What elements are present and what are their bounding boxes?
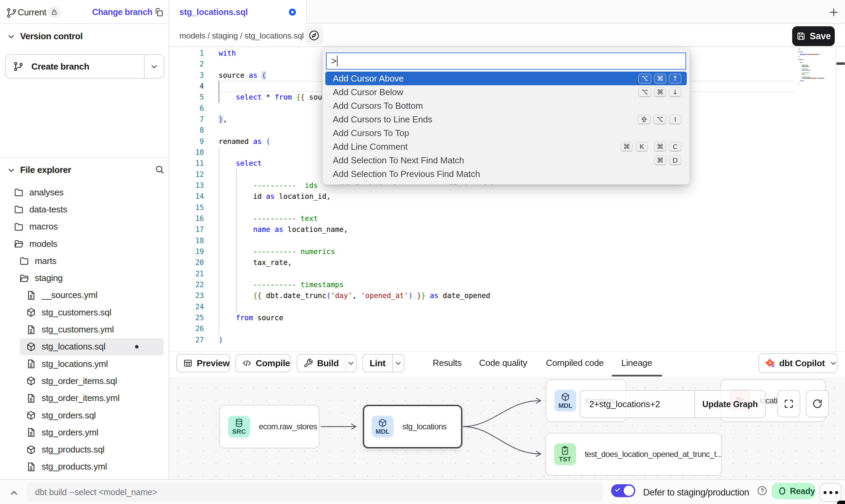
tree-item--sources-yml[interactable]: __sources.yml [0, 287, 168, 304]
create-branch-button[interactable]: Create branch [5, 54, 164, 79]
code-line-18[interactable] [219, 235, 490, 246]
defer-toggle[interactable] [611, 484, 635, 497]
command-item-add-cursors-to-line-ends[interactable]: Add Cursors to Line EndsI [325, 113, 687, 126]
line-number-13: 13 [169, 180, 204, 191]
command-label: Add Cursors To Top [333, 128, 681, 138]
search-icon[interactable] [154, 164, 165, 175]
file-explorer-header[interactable]: File explorer [7, 165, 71, 175]
refresh-button[interactable] [806, 390, 829, 417]
tree-item-stg-orders-yml[interactable]: stg_orders.yml [0, 424, 168, 441]
command-item-add-all-missing-imports-to-qualified-module[interactable]: Add all missing imports to qualified mod… [325, 181, 687, 184]
tree-item-data-tests[interactable]: data-tests [0, 201, 168, 218]
build-label: Build [317, 358, 339, 369]
model-icon [26, 410, 36, 420]
tab-stg-locations-sql[interactable]: stg_locations.sql [169, 0, 307, 24]
code-line-21[interactable] [219, 268, 490, 279]
tree-item-stg-locations-sql[interactable]: stg_locations.sql [0, 338, 168, 355]
editor-gutter: 1234567891011121314151617181920212223242… [169, 48, 204, 345]
code-line-23[interactable]: {{ dbt.date_trunc('day', 'opened_at') }}… [219, 290, 490, 301]
create-branch-dropdown[interactable] [145, 62, 164, 71]
code-line-25[interactable]: from source [219, 312, 490, 323]
update-graph-button[interactable]: Update Graph [694, 390, 766, 418]
code-line-26[interactable] [219, 323, 490, 334]
lineage-node-stg-locations[interactable]: MDL stg_locations [363, 405, 462, 448]
tree-item-stg-products-sql[interactable]: stg_products.sql [0, 441, 168, 458]
tab-lineage[interactable]: Lineage [621, 358, 652, 368]
code-line-24[interactable] [219, 301, 490, 312]
toggle-knob [624, 486, 634, 496]
more-options-button[interactable] [820, 483, 842, 502]
compile-button[interactable]: Compile [235, 354, 291, 372]
code-line-16[interactable]: ---------- text [219, 213, 490, 224]
line-number-21: 21 [169, 268, 204, 279]
fullscreen-button[interactable] [777, 390, 800, 417]
command-palette-input[interactable]: > [326, 53, 686, 70]
tree-item-stg-locations-yml[interactable]: stg_locations.yml [0, 355, 168, 372]
lineage-node-test[interactable]: TST test_does_location_opened_at_trunc_t… [545, 433, 722, 476]
tree-item-staging[interactable]: staging [0, 269, 168, 286]
tree-item-stg-customers-yml[interactable]: stg_customers.yml [0, 321, 168, 338]
command-label: Add Cursor Above [333, 73, 638, 84]
tree-item-stg-order-items-sql[interactable]: stg_order_items.sql [0, 372, 168, 389]
code-line-14[interactable]: id as location_id, [219, 191, 490, 202]
tab-code-quality[interactable]: Code quality [479, 358, 527, 368]
line-number-23: 23 [169, 290, 204, 301]
indent-guide [219, 147, 219, 335]
lineage-filter-input[interactable]: 2+stg_locations+2 [580, 390, 694, 418]
build-button[interactable]: Build [297, 354, 357, 372]
tab-results[interactable]: Results [433, 358, 462, 368]
lineage-graph-panel[interactable]: SRC ecom.raw_stores MDL stg_locations MD… [169, 377, 845, 479]
help-icon[interactable]: ? [758, 486, 767, 495]
test-badge: TST [554, 443, 576, 465]
chevron-up-icon[interactable] [9, 488, 19, 498]
version-control-header[interactable]: Version control [7, 31, 83, 42]
save-button[interactable]: Save [792, 26, 835, 46]
dbt-command-input[interactable]: dbt build --select <model_name> [27, 483, 603, 502]
preview-button[interactable]: Preview [176, 354, 230, 372]
lint-dropdown[interactable] [393, 359, 404, 367]
tree-item-models[interactable]: models [0, 235, 168, 252]
code-line-20[interactable]: tax_rate, [219, 257, 490, 268]
command-item-add-selection-to-next-find-match[interactable]: Add Selection To Next Find Match⌘D [325, 153, 687, 167]
tree-item-stg-products-yml[interactable]: stg_products.yml [0, 458, 168, 475]
branch-bar: Current Change branch [0, 0, 168, 24]
dbt-copilot-button[interactable]: dbt Copilot [758, 353, 837, 373]
command-item-add-cursor-above[interactable]: Add Cursor Above⌘↑ [325, 72, 687, 85]
active-tab-underline [612, 375, 662, 376]
tree-item-analyses[interactable]: analyses [0, 184, 168, 201]
code-line-19[interactable]: ---------- numerics [219, 246, 490, 257]
tree-item-macros[interactable]: macros [0, 218, 168, 235]
command-item-add-line-comment[interactable]: Add Line Comment⌘K⌘C [325, 140, 687, 153]
code-line-27[interactable]: ) [219, 335, 490, 345]
key-I: I [669, 115, 681, 124]
badge-label: TST [559, 456, 571, 463]
command-item-add-cursors-to-bottom[interactable]: Add Cursors To Bottom [325, 99, 687, 113]
code-line-22[interactable]: ---------- timestamps [219, 279, 490, 290]
lint-button[interactable]: Lint [362, 354, 404, 372]
lineage-node-source[interactable]: SRC ecom.raw_stores [219, 405, 320, 448]
editor-minimap[interactable] [798, 48, 836, 84]
change-branch-link[interactable]: Change branch [92, 7, 152, 17]
tree-item-stg-orders-sql[interactable]: stg_orders.sql [0, 407, 168, 424]
copy-branch-icon[interactable] [154, 7, 164, 17]
status-ready-badge: Ready [772, 483, 815, 499]
tree-item-stg-customers-sql[interactable]: stg_customers.sql [0, 304, 168, 321]
line-number-2: 2 [169, 59, 204, 70]
tree-item-stg-order-items-yml[interactable]: stg_order_items.yml [0, 390, 168, 407]
file-icon [26, 325, 36, 335]
code-line-17[interactable]: name as location_name, [219, 224, 490, 235]
command-item-add-cursor-below[interactable]: Add Cursor Below⌘↓ [325, 85, 687, 99]
command-item-add-cursors-to-top[interactable]: Add Cursors To Top [325, 126, 687, 140]
model-icon [26, 342, 36, 352]
command-item-add-selection-to-previous-find-match[interactable]: Add Selection To Previous Find Match [325, 167, 687, 181]
tree-item-marts[interactable]: marts [0, 252, 168, 269]
new-tab-button[interactable] [828, 6, 840, 18]
file-icon [26, 393, 36, 403]
code-line-15[interactable] [219, 202, 490, 213]
tab-compiled-code[interactable]: Compiled code [546, 358, 604, 368]
build-dropdown[interactable] [346, 359, 356, 367]
sidebar: Current Change branch Version control Cr… [0, 0, 169, 479]
key-up: ↑ [669, 74, 681, 84]
line-number-1: 1 [169, 48, 204, 59]
compass-icon[interactable] [305, 26, 324, 45]
